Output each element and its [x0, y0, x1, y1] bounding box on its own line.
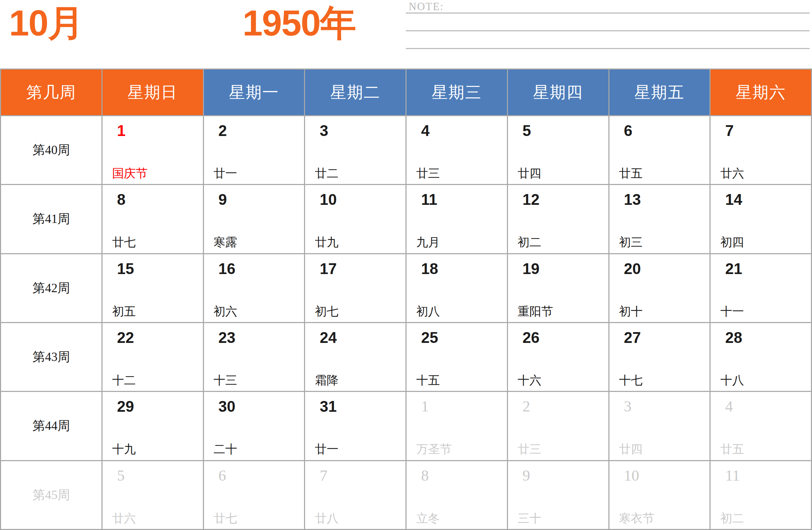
day-lunar-label: 廿六 — [720, 167, 744, 180]
day-number: 9 — [219, 192, 227, 207]
day-lunar-label: 廿五 — [720, 443, 744, 456]
day-cell: 12初二 — [508, 185, 608, 253]
day-number: 19 — [523, 261, 540, 276]
day-cell: 27十七 — [609, 323, 710, 391]
day-lunar-label: 十一 — [720, 305, 744, 318]
page-title-month: 10月 — [9, 5, 83, 41]
day-number: 15 — [117, 261, 134, 276]
day-cell: 11初二 — [711, 461, 811, 529]
day-number: 21 — [725, 261, 742, 276]
day-column-header-0: 星期日 — [102, 70, 203, 115]
day-lunar-label: 十二 — [112, 374, 136, 387]
week-label-row-0: 第40周 — [1, 116, 101, 184]
day-number: 10 — [624, 468, 639, 483]
day-cell: 8廿七 — [102, 185, 203, 253]
day-cell: 10寒衣节 — [609, 461, 710, 529]
day-cell: 25十五 — [407, 323, 507, 391]
week-label-row-1: 第41周 — [1, 185, 101, 253]
day-number: 1 — [421, 399, 429, 414]
day-number: 4 — [421, 123, 429, 138]
day-cell: 2廿一 — [204, 116, 304, 184]
day-column-header-1: 星期一 — [204, 70, 304, 115]
day-number: 8 — [421, 468, 429, 483]
day-lunar-label: 初六 — [214, 305, 237, 318]
day-cell: 10廿九 — [305, 185, 405, 253]
day-lunar-label: 寒露 — [214, 236, 237, 249]
day-number: 23 — [219, 330, 236, 345]
day-number: 25 — [421, 330, 438, 345]
week-label-row-5: 第45周 — [1, 461, 101, 529]
note-line — [406, 30, 810, 31]
day-lunar-label: 廿二 — [315, 167, 338, 180]
day-number: 11 — [421, 192, 437, 207]
day-cell: 5廿四 — [508, 116, 608, 184]
day-lunar-label: 廿六 — [112, 512, 136, 525]
day-number: 3 — [624, 399, 632, 414]
day-number: 7 — [725, 123, 733, 138]
day-lunar-label: 初二 — [518, 236, 541, 249]
day-cell: 16初六 — [204, 254, 304, 322]
day-column-header-4: 星期四 — [508, 70, 608, 115]
page-title-year: 1950年 — [243, 5, 355, 41]
day-column-header-6: 星期六 — [711, 70, 811, 115]
day-number: 30 — [219, 399, 236, 414]
day-number: 28 — [725, 330, 742, 345]
day-lunar-label: 重阳节 — [518, 305, 553, 318]
day-lunar-label: 廿五 — [619, 167, 643, 180]
day-cell: 21十一 — [711, 254, 811, 322]
day-lunar-label: 廿四 — [619, 443, 643, 456]
day-column-header-3: 星期三 — [407, 70, 507, 115]
day-cell: 4廿五 — [711, 392, 811, 460]
day-number: 10 — [320, 192, 337, 207]
week-label-row-3: 第43周 — [1, 323, 101, 391]
day-lunar-label: 廿七 — [112, 236, 136, 249]
day-lunar-label: 国庆节 — [112, 167, 148, 180]
day-lunar-label: 廿一 — [214, 167, 237, 180]
calendar-grid: 第几周星期日星期一星期二星期三星期四星期五星期六第40周1国庆节2廿一3廿二4廿… — [0, 69, 812, 530]
day-number: 18 — [421, 261, 438, 276]
day-number: 29 — [117, 399, 134, 414]
day-cell: 30二十 — [204, 392, 304, 460]
day-cell: 7廿八 — [305, 461, 405, 529]
day-cell: 6廿五 — [609, 116, 710, 184]
day-number: 2 — [523, 399, 530, 414]
day-number: 7 — [320, 468, 327, 483]
day-number: 16 — [219, 261, 236, 276]
day-number: 5 — [117, 468, 125, 483]
day-cell: 3廿四 — [609, 392, 710, 460]
day-cell: 11九月 — [407, 185, 507, 253]
day-cell: 24霜降 — [305, 323, 405, 391]
day-number: 20 — [624, 261, 641, 276]
day-lunar-label: 初八 — [416, 305, 440, 318]
day-lunar-label: 廿七 — [214, 512, 237, 525]
day-number: 1 — [117, 123, 125, 138]
day-number: 14 — [725, 192, 742, 207]
day-number: 9 — [523, 468, 530, 483]
day-cell: 18初八 — [407, 254, 507, 322]
day-cell: 26十六 — [508, 323, 608, 391]
day-cell: 5廿六 — [102, 461, 203, 529]
day-lunar-label: 十六 — [518, 374, 541, 387]
day-number: 13 — [624, 192, 641, 207]
day-cell: 2廿三 — [508, 392, 608, 460]
day-cell: 29十九 — [102, 392, 203, 460]
day-lunar-label: 廿四 — [518, 167, 541, 180]
day-lunar-label: 廿一 — [315, 443, 338, 456]
day-lunar-label: 二十 — [214, 443, 237, 456]
day-cell: 4廿三 — [407, 116, 507, 184]
week-number-column-header: 第几周 — [1, 70, 101, 115]
day-cell: 1万圣节 — [407, 392, 507, 460]
day-number: 27 — [624, 330, 641, 345]
day-number: 31 — [320, 399, 337, 414]
note-label: NOTE: — [409, 1, 444, 13]
day-number: 22 — [117, 330, 134, 345]
day-lunar-label: 初三 — [619, 236, 643, 249]
day-number: 4 — [725, 399, 733, 414]
day-lunar-label: 廿三 — [518, 443, 541, 456]
day-column-header-5: 星期五 — [609, 70, 710, 115]
day-number: 3 — [320, 123, 328, 138]
day-lunar-label: 十九 — [112, 443, 136, 456]
day-cell: 23十三 — [204, 323, 304, 391]
day-number: 17 — [320, 261, 337, 276]
day-lunar-label: 十五 — [416, 374, 440, 387]
